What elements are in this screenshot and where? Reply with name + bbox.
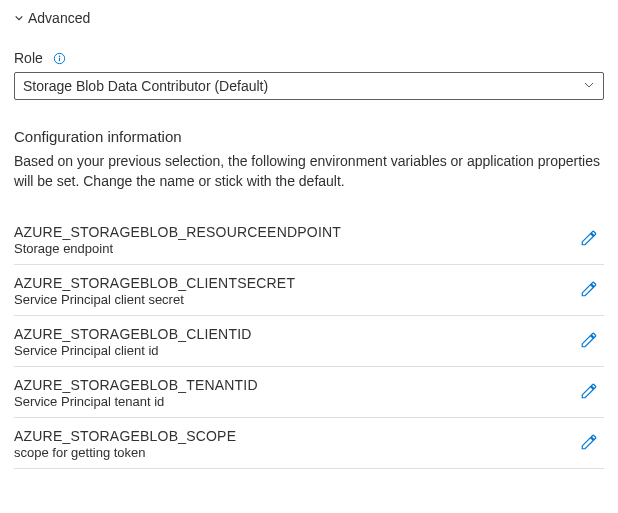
- config-row: AZURE_STORAGEBLOB_CLIENTID Service Princ…: [14, 316, 604, 367]
- config-var-name: AZURE_STORAGEBLOB_SCOPE: [14, 428, 236, 444]
- pencil-icon: [580, 433, 598, 454]
- svg-point-1: [59, 55, 60, 56]
- config-var-name: AZURE_STORAGEBLOB_RESOURCEENDPOINT: [14, 224, 341, 240]
- edit-button[interactable]: [576, 378, 602, 407]
- config-row-text: AZURE_STORAGEBLOB_RESOURCEENDPOINT Stora…: [14, 224, 341, 256]
- edit-button[interactable]: [576, 327, 602, 356]
- config-row-text: AZURE_STORAGEBLOB_SCOPE scope for gettin…: [14, 428, 236, 460]
- config-var-desc: scope for getting token: [14, 445, 236, 460]
- pencil-icon: [580, 382, 598, 403]
- config-var-desc: Service Principal client secret: [14, 292, 295, 307]
- role-label-row: Role: [14, 50, 604, 66]
- config-row: AZURE_STORAGEBLOB_SCOPE scope for gettin…: [14, 418, 604, 469]
- role-select[interactable]: Storage Blob Data Contributor (Default): [14, 72, 604, 100]
- config-title: Configuration information: [14, 128, 604, 145]
- pencil-icon: [580, 280, 598, 301]
- pencil-icon: [580, 229, 598, 250]
- chevron-down-icon: [14, 10, 24, 26]
- config-row-text: AZURE_STORAGEBLOB_CLIENTSECRET Service P…: [14, 275, 295, 307]
- svg-rect-2: [59, 57, 60, 60]
- edit-button[interactable]: [576, 276, 602, 305]
- config-var-name: AZURE_STORAGEBLOB_TENANTID: [14, 377, 258, 393]
- edit-button[interactable]: [576, 429, 602, 458]
- info-icon[interactable]: [53, 51, 67, 65]
- chevron-down-icon: [583, 78, 595, 94]
- advanced-label: Advanced: [28, 10, 90, 26]
- config-var-name: AZURE_STORAGEBLOB_CLIENTSECRET: [14, 275, 295, 291]
- pencil-icon: [580, 331, 598, 352]
- edit-button[interactable]: [576, 225, 602, 254]
- config-description: Based on your previous selection, the fo…: [14, 151, 604, 192]
- role-selected-value: Storage Blob Data Contributor (Default): [23, 78, 268, 94]
- config-var-desc: Service Principal tenant id: [14, 394, 258, 409]
- config-var-desc: Service Principal client id: [14, 343, 252, 358]
- advanced-toggle[interactable]: Advanced: [14, 10, 604, 26]
- config-row: AZURE_STORAGEBLOB_TENANTID Service Princ…: [14, 367, 604, 418]
- config-row-text: AZURE_STORAGEBLOB_TENANTID Service Princ…: [14, 377, 258, 409]
- config-var-name: AZURE_STORAGEBLOB_CLIENTID: [14, 326, 252, 342]
- config-row: AZURE_STORAGEBLOB_CLIENTSECRET Service P…: [14, 265, 604, 316]
- config-row-text: AZURE_STORAGEBLOB_CLIENTID Service Princ…: [14, 326, 252, 358]
- config-var-desc: Storage endpoint: [14, 241, 341, 256]
- role-label: Role: [14, 50, 43, 66]
- config-row: AZURE_STORAGEBLOB_RESOURCEENDPOINT Stora…: [14, 214, 604, 265]
- config-list: AZURE_STORAGEBLOB_RESOURCEENDPOINT Stora…: [14, 214, 604, 469]
